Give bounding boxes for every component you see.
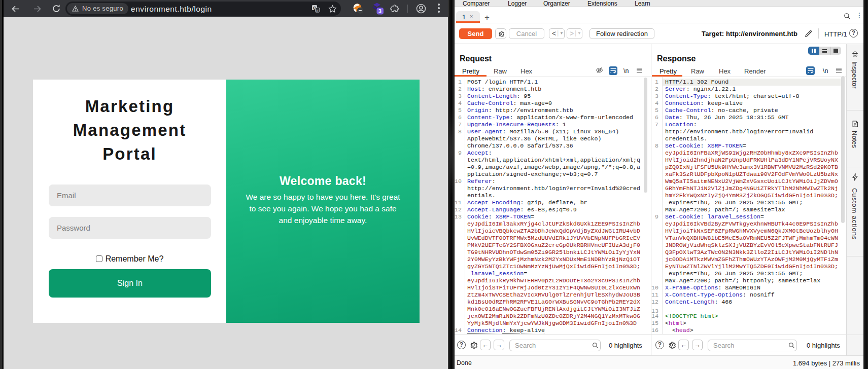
svg-text:3: 3 [378, 8, 381, 14]
svg-text:x: x [316, 9, 318, 12]
